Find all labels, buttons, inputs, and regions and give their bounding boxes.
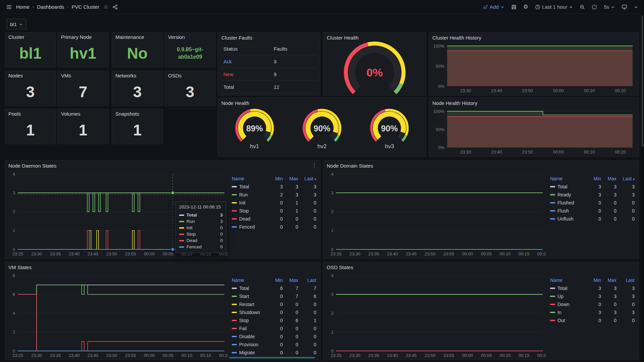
panel-title[interactable]: VMs — [61, 73, 71, 78]
panel-title[interactable]: Node Daemon States — [8, 163, 56, 169]
svg-text:00:10: 00:10 — [584, 149, 595, 155]
svg-text:0%: 0% — [438, 145, 444, 150]
legend-item[interactable]: Flushed000 — [550, 199, 635, 207]
zoom-out-icon[interactable] — [580, 4, 585, 10]
legend-item[interactable]: Unflush000 — [550, 215, 635, 223]
add-panel-button[interactable]: Add — [483, 4, 504, 10]
panel-title[interactable]: Version — [168, 34, 185, 40]
stat-value: bl1 — [5, 41, 56, 67]
legend-item[interactable]: Total333 — [550, 284, 635, 292]
svg-text:23:30: 23:30 — [460, 149, 471, 155]
legend-item[interactable]: Dead000 — [232, 215, 316, 223]
panel-osd-states: OSD States 0123423:2523:3023:3523:4023:4… — [323, 262, 639, 360]
svg-text:23:35: 23:35 — [368, 353, 379, 358]
panel-title[interactable]: Pools — [8, 111, 21, 117]
legend-item[interactable]: Total333 — [232, 183, 316, 191]
legend-item[interactable]: In333 — [550, 308, 635, 316]
table-row: Total12 — [221, 81, 317, 94]
cluster-health-gauge: 0% — [326, 42, 423, 96]
legend-item[interactable]: Flush000 — [550, 207, 635, 215]
panel-title[interactable]: OSDs — [168, 73, 181, 78]
time-series-chart[interactable]: 0%50%100%23:3023:4023:5000:0000:1000:20 — [432, 43, 636, 94]
legend-item[interactable]: Out000 — [550, 316, 635, 324]
legend-item[interactable]: Stop010 — [232, 207, 316, 215]
legend-item[interactable]: Migrate000 — [232, 349, 316, 357]
legend-item[interactable]: Start076 — [232, 292, 316, 300]
panel-title[interactable]: Node Domain States — [327, 163, 373, 169]
share-icon[interactable] — [112, 4, 118, 10]
breadcrumb-home[interactable]: Home — [16, 4, 30, 10]
time-series-chart[interactable]: 0123423:2523:3023:3523:4023:4523:5023:55… — [326, 272, 546, 359]
stat-panel-networks: Networks 3 — [112, 71, 163, 106]
svg-text:23:35: 23:35 — [50, 251, 61, 256]
svg-text:00:20: 00:20 — [219, 353, 228, 358]
time-series-chart[interactable]: 0%50%100%23:3023:4023:5000:0000:1000:20 — [432, 108, 636, 156]
panel-title[interactable]: Nodes — [8, 73, 23, 78]
panel-title[interactable]: Snapshots — [115, 111, 139, 117]
legend-item[interactable]: Shutdown000 — [232, 308, 316, 316]
time-series-chart[interactable]: 0123423:2523:3023:3523:4023:4523:5023:55… — [326, 171, 546, 257]
legend-item[interactable]: Disable000 — [232, 333, 316, 341]
panel-title[interactable]: Maintenance — [115, 34, 144, 40]
panel-title[interactable]: Networks — [115, 73, 137, 78]
panel-title[interactable]: Volumes — [61, 111, 80, 117]
panel-title[interactable]: Primary Node — [61, 34, 92, 40]
legend-item[interactable]: Fenced000 — [232, 223, 316, 231]
panel-title[interactable]: Cluster Faults — [221, 35, 253, 41]
save-dashboard-icon[interactable] — [511, 4, 517, 10]
series-swatch — [232, 336, 237, 337]
panel-title[interactable]: Node Health — [221, 100, 249, 106]
panel-title[interactable]: Node Health History — [432, 100, 477, 106]
panel-cluster-faults: Cluster Faults Status Faults Ack3 New9 T… — [218, 32, 320, 96]
breadcrumb-current[interactable]: PVC Cluster — [72, 4, 100, 10]
legend-item[interactable]: Down000 — [550, 300, 635, 308]
svg-text:00:20: 00:20 — [615, 88, 626, 93]
svg-text:4: 4 — [13, 172, 15, 177]
svg-text:23:25: 23:25 — [12, 251, 23, 256]
panel-title[interactable]: Cluster Health — [327, 35, 359, 41]
legend-item[interactable]: Restart000 — [232, 300, 316, 308]
page-scrollbar[interactable] — [641, 0, 644, 362]
refresh-interval-picker[interactable]: 5s — [604, 4, 615, 9]
star-icon[interactable]: ☆ — [103, 4, 108, 10]
panel-menu-icon[interactable]: ⋮ — [311, 162, 317, 169]
svg-text:23:40: 23:40 — [491, 88, 502, 93]
svg-text:90%: 90% — [314, 124, 330, 133]
legend-item[interactable]: Init010 — [232, 199, 316, 207]
svg-text:50%: 50% — [436, 127, 444, 132]
legend-item[interactable]: Total333 — [550, 183, 635, 191]
toolbar-chevron-icon[interactable] — [634, 5, 638, 9]
node-health-gauge-hv3: 90% hv3 — [368, 108, 411, 150]
menu-toggle-icon[interactable] — [6, 4, 12, 10]
stat-value: 3 — [5, 80, 56, 106]
legend-item[interactable]: Provision000 — [232, 341, 316, 349]
legend-item[interactable]: Fail000 — [232, 324, 316, 333]
svg-text:00:15: 00:15 — [519, 353, 530, 358]
legend-scrollbar[interactable] — [229, 357, 315, 358]
panel-title[interactable]: Cluster — [8, 34, 24, 40]
page-scrollbar-thumb[interactable] — [641, 15, 643, 147]
svg-text:6: 6 — [13, 292, 15, 297]
svg-text:00:10: 00:10 — [181, 353, 193, 358]
faults-table-header: Status Faults — [221, 43, 317, 55]
legend-item[interactable]: Up333 — [550, 292, 635, 300]
legend-item[interactable]: Run233 — [232, 191, 316, 199]
kiosk-monitor-icon[interactable] — [622, 4, 627, 10]
breadcrumb: Home › Dashboards › PVC Cluster — [16, 4, 99, 10]
breadcrumb-dashboards[interactable]: Dashboards — [37, 4, 64, 10]
legend-item[interactable]: Stop061 — [232, 316, 316, 324]
variable-selector[interactable]: bl1 — [7, 19, 26, 29]
svg-text:2: 2 — [13, 329, 15, 335]
svg-text:23:30: 23:30 — [350, 251, 361, 256]
panel-title[interactable]: Cluster Health History — [432, 35, 481, 41]
legend-item[interactable]: Total677 — [232, 284, 316, 292]
time-series-chart[interactable]: 0246823:2523:3023:3523:4023:4523:5023:55… — [8, 272, 228, 359]
gauge-label: hv1 — [250, 143, 259, 150]
legend-item[interactable]: Ready333 — [550, 191, 635, 199]
settings-gear-icon[interactable]: ⚙ — [523, 4, 528, 10]
panel-title[interactable]: OSD States — [327, 264, 353, 270]
refresh-icon[interactable] — [592, 4, 597, 10]
svg-text:23:30: 23:30 — [350, 353, 361, 358]
panel-title[interactable]: VM States — [8, 264, 32, 270]
time-range-picker[interactable]: Last 1 hour — [535, 4, 573, 10]
